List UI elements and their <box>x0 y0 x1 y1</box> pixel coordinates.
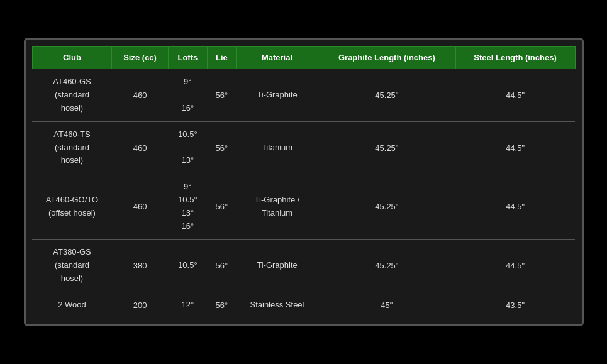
cell-lofts: 10.5° 13° <box>168 121 207 174</box>
table-row: 2 Wood20012°56°Stainless Steel45"43.5" <box>32 292 575 317</box>
cell-lofts: 12° <box>168 292 207 317</box>
col-header-club: Club <box>32 47 112 69</box>
cell-lofts: 10.5° <box>168 240 207 292</box>
cell-graphite: 45.25" <box>318 174 455 240</box>
table-row: AT460-TS (standard hosel)46010.5° 13°56°… <box>32 121 575 174</box>
cell-size: 460 <box>112 69 168 121</box>
cell-graphite: 45.25" <box>318 121 455 174</box>
cell-steel: 43.5" <box>455 292 575 317</box>
cell-size: 200 <box>112 292 168 317</box>
col-header-lie: Lie <box>208 47 237 69</box>
cell-lie: 56° <box>208 292 237 317</box>
cell-material: Stainless Steel <box>236 292 318 317</box>
cell-material: Ti-Graphite <box>236 240 318 292</box>
cell-lie: 56° <box>208 240 237 292</box>
cell-lofts: 9° 16° <box>168 69 207 121</box>
cell-size: 460 <box>112 174 168 240</box>
cell-material: Ti-Graphite <box>236 69 318 121</box>
cell-club: AT380-GS (standard hosel) <box>32 240 112 292</box>
cell-lie: 56° <box>208 174 237 240</box>
cell-material: Ti-Graphite / Titanium <box>236 174 318 240</box>
cell-steel: 44.5" <box>455 69 575 121</box>
col-header-graphite: Graphite Length (inches) <box>318 47 455 69</box>
cell-club: AT460-GS (standard hosel) <box>32 69 112 121</box>
col-header-material: Material <box>236 47 318 69</box>
specs-table: Club Size (cc) Lofts Lie Material Graphi… <box>32 46 576 317</box>
col-header-steel: Steel Length (inches) <box>455 47 575 69</box>
table-row: AT460-GS (standard hosel)4609° 16°56°Ti-… <box>32 69 575 121</box>
table-row: AT460-GO/TO (offset hosel)4609° 10.5° 13… <box>32 174 575 240</box>
col-header-lofts: Lofts <box>168 47 207 69</box>
cell-graphite: 45" <box>318 292 455 317</box>
header-row: Club Size (cc) Lofts Lie Material Graphi… <box>32 47 575 69</box>
cell-lie: 56° <box>208 69 237 121</box>
cell-club: AT460-TS (standard hosel) <box>32 121 112 174</box>
cell-club: 2 Wood <box>32 292 112 317</box>
cell-lofts: 9° 10.5° 13° 16° <box>168 174 207 240</box>
col-header-size: Size (cc) <box>112 47 168 69</box>
cell-steel: 44.5" <box>455 240 575 292</box>
table-container: Club Size (cc) Lofts Lie Material Graphi… <box>24 38 584 326</box>
cell-steel: 44.5" <box>455 174 575 240</box>
table-row: AT380-GS (standard hosel)38010.5°56°Ti-G… <box>32 240 575 292</box>
cell-lie: 56° <box>208 121 237 174</box>
cell-graphite: 45.25" <box>318 69 455 121</box>
cell-steel: 44.5" <box>455 121 575 174</box>
cell-graphite: 45.25" <box>318 240 455 292</box>
cell-club: AT460-GO/TO (offset hosel) <box>32 174 112 240</box>
cell-material: Titanium <box>236 121 318 174</box>
cell-size: 460 <box>112 121 168 174</box>
cell-size: 380 <box>112 240 168 292</box>
